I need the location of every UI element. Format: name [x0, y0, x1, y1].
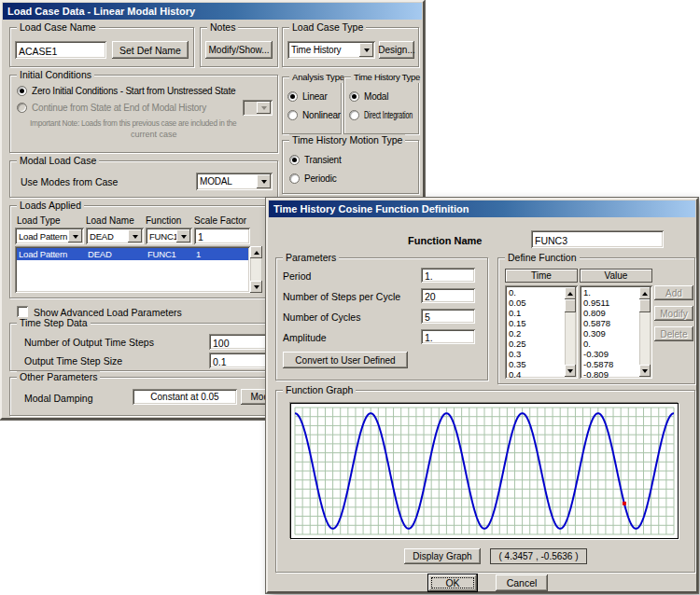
- group-legend: Load Case Name: [17, 21, 99, 34]
- dropdown-arrow-button[interactable]: [176, 229, 190, 242]
- group-motion-type: Time History Motion Type: [282, 140, 419, 194]
- group-legend: Analysis Type: [289, 71, 347, 83]
- load-type-dropdown[interactable]: Load Pattern: [15, 228, 84, 244]
- group-legend: Load Case Type: [289, 21, 366, 34]
- group-legend: Time History Type: [351, 71, 423, 83]
- triangle-down-icon: [642, 369, 648, 373]
- ok-button[interactable]: OK: [428, 574, 477, 591]
- scale-factor-input[interactable]: [194, 228, 250, 244]
- header-label: Time: [531, 270, 552, 281]
- modify-button: Modify: [654, 306, 693, 321]
- dropdown-arrow-button[interactable]: [257, 174, 271, 188]
- scroll-thumb[interactable]: [639, 299, 651, 312]
- dropdown-value: Time History: [291, 41, 341, 59]
- button-label: Display Graph: [413, 551, 471, 561]
- design-button[interactable]: Design...: [379, 41, 414, 59]
- radio-linear[interactable]: Linear: [287, 90, 328, 103]
- cursor-coordinates-readout: ( 4.3457 , -0.5636 ): [490, 548, 587, 564]
- chevron-down-icon: [261, 180, 267, 184]
- scroll-up-button[interactable]: [250, 246, 262, 258]
- radio-modal[interactable]: Modal: [349, 90, 388, 103]
- scroll-thumb[interactable]: [565, 299, 576, 312]
- set-def-name-button[interactable]: Set Def Name: [112, 41, 189, 59]
- amplitude-label: Amplitude: [283, 332, 327, 343]
- time-list-scrollbar[interactable]: [565, 287, 576, 377]
- function-name-input[interactable]: [531, 230, 664, 248]
- chevron-down-icon: [181, 235, 187, 239]
- steps-per-cycle-input[interactable]: [421, 288, 475, 303]
- chevron-down-icon: [364, 48, 370, 52]
- button-label: Delete: [661, 329, 688, 339]
- titlebar[interactable]: Load Case Data - Linear Modal History: [3, 3, 422, 20]
- chevron-down-icon: [133, 235, 138, 239]
- function-name-label: Function Name: [408, 235, 482, 246]
- value-list-scrollbar[interactable]: [639, 287, 651, 377]
- modal-damping-value: Constant at 0.05: [133, 389, 237, 405]
- display-graph-button[interactable]: Display Graph: [404, 548, 481, 564]
- convert-to-user-defined-button[interactable]: Convert to User Defined: [283, 352, 408, 368]
- triangle-up-icon: [642, 292, 648, 296]
- dialog-cosine-function-definition: Time History Cosine Function Definition …: [266, 198, 698, 593]
- notes-modify-show-button[interactable]: Modify/Show...: [205, 41, 273, 59]
- radio-transient[interactable]: Transient: [289, 154, 342, 166]
- modal-damping-label: Modal Damping: [24, 393, 93, 404]
- dialog-title: Load Case Data - Linear Modal History: [7, 6, 195, 17]
- display-value: Constant at 0.05: [150, 392, 218, 402]
- use-modes-label: Use Modes from Case: [21, 176, 118, 187]
- cell-function: FUNC1: [147, 249, 176, 259]
- number-of-cycles-input[interactable]: [421, 309, 475, 324]
- steps-per-cycle-label: Number of Steps per Cycle: [283, 291, 400, 302]
- scroll-up-button[interactable]: [565, 287, 576, 299]
- radio-label: Nonlinear: [302, 110, 341, 120]
- dropdown-arrow-button[interactable]: [68, 229, 82, 242]
- dropdown-value: FUNC1: [149, 228, 178, 244]
- dropdown-arrow-button[interactable]: [359, 43, 373, 57]
- chevron-down-icon: [261, 106, 267, 110]
- loads-list[interactable]: Load Pattern DEAD FUNC1 1: [15, 246, 250, 293]
- add-button: Add: [654, 285, 693, 300]
- titlebar[interactable]: Time History Cosine Function Definition: [269, 201, 695, 217]
- step-size-label: Output Time Step Size: [24, 355, 122, 367]
- continue-case-dropdown: [243, 100, 273, 116]
- scroll-down-button[interactable]: [639, 365, 651, 377]
- show-advanced-checkbox[interactable]: [17, 306, 28, 317]
- radio-selected-icon: [349, 91, 359, 102]
- radio-selected-icon: [289, 155, 300, 165]
- dropdown-arrow-button[interactable]: [128, 229, 142, 242]
- radio-label: Modal: [364, 91, 388, 102]
- number-of-cycles-label: Number of Cycles: [283, 311, 360, 323]
- modes-from-case-dropdown[interactable]: MODAL: [196, 173, 273, 190]
- radio-selected-icon: [287, 91, 298, 102]
- loads-list-scrollbar[interactable]: [250, 246, 262, 293]
- load-case-name-input[interactable]: [15, 41, 106, 59]
- dropdown-value: MODAL: [200, 173, 232, 190]
- radio-nonlinear[interactable]: Nonlinear: [287, 109, 341, 121]
- radio-continue-from-state: Continue from State at End of Modal Hist…: [17, 102, 206, 114]
- scroll-down-button[interactable]: [565, 365, 576, 377]
- button-label: Modify/Show...: [208, 45, 269, 55]
- cancel-button[interactable]: Cancel: [496, 574, 548, 591]
- value-column-header: Value: [580, 269, 652, 283]
- function-dropdown[interactable]: FUNC1: [146, 228, 192, 244]
- button-label: OK: [445, 577, 459, 588]
- cell-load-name: DEAD: [88, 249, 112, 259]
- header-label: Value: [605, 270, 628, 281]
- load-case-type-dropdown[interactable]: Time History: [287, 41, 375, 59]
- group-legend: Modal Load Case: [17, 155, 99, 167]
- delete-button: Delete: [654, 326, 693, 341]
- radio-direct-integration[interactable]: Direct Integration: [349, 109, 432, 121]
- radio-periodic[interactable]: Periodic: [289, 173, 337, 185]
- amplitude-input[interactable]: [421, 329, 475, 344]
- group-legend: Time History Motion Type: [289, 134, 405, 146]
- triangle-up-icon: [254, 251, 259, 255]
- selected-load-row[interactable]: Load Pattern DEAD FUNC1 1: [17, 248, 248, 260]
- group-legend: Notes: [207, 21, 238, 34]
- radio-zero-initial-conditions[interactable]: Zero Initial Conditions - Start from Uns…: [17, 85, 235, 97]
- triangle-down-icon: [567, 369, 573, 373]
- period-input[interactable]: [421, 268, 475, 283]
- function-graph-plot[interactable]: [291, 404, 678, 538]
- triangle-up-icon: [567, 292, 573, 296]
- load-name-dropdown[interactable]: DEAD: [86, 228, 144, 244]
- scroll-up-button[interactable]: [639, 287, 651, 299]
- scroll-down-button[interactable]: [250, 281, 262, 293]
